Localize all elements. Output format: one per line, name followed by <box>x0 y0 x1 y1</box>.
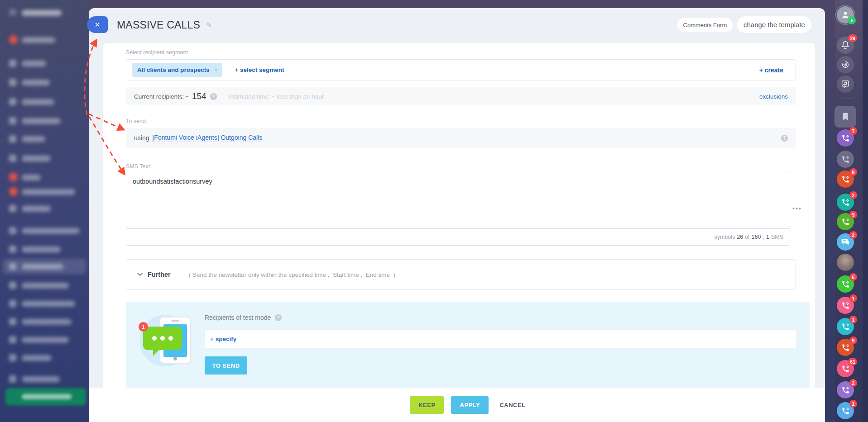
sidebar-item[interactable] <box>0 315 89 328</box>
menu-icon[interactable] <box>9 9 16 16</box>
close-modal-button[interactable]: ✕ <box>87 16 108 33</box>
phone-icon <box>841 407 850 415</box>
sidebar-item[interactable] <box>0 202 89 215</box>
sidebar-item-label <box>22 175 41 180</box>
channel-blue-button[interactable]: 1 <box>837 402 854 419</box>
sidebar-item[interactable] <box>0 279 89 292</box>
change-template-button[interactable]: change the template <box>737 16 811 33</box>
edit-title-icon[interactable]: ✎ <box>206 21 212 29</box>
sidebar-item-label <box>22 189 75 195</box>
counter-comma: , <box>762 234 764 240</box>
sidebar-item-icon <box>9 205 16 212</box>
to-send-button[interactable]: TO SEND <box>205 356 247 375</box>
further-section[interactable]: Further ( Send the newsletter only withi… <box>126 259 796 290</box>
notification-badge: 2 <box>849 231 857 239</box>
notification-badge: 7 <box>849 127 857 135</box>
sidebar-item-icon <box>9 336 16 343</box>
channel-cyan-button[interactable]: 1 <box>837 318 854 335</box>
sidebar-item-label <box>22 376 60 382</box>
sidebar-item[interactable] <box>0 95 89 109</box>
sidebar-item-label <box>22 355 52 361</box>
sidebar-item-icon <box>9 354 16 361</box>
recipients-count: 154 <box>192 91 206 101</box>
phone-icon <box>841 386 850 394</box>
select-segment-button[interactable]: + select segment <box>235 66 284 73</box>
sidebar-item-label <box>22 156 51 161</box>
app-root: { "modal": { "title": "MASSIVE CALLS", "… <box>0 0 868 422</box>
sidebar-item-label <box>22 283 69 289</box>
cancel-button[interactable]: CANCEL <box>496 396 529 414</box>
channel-green-button[interactable]: 9 <box>837 213 854 230</box>
sidebar-item-label <box>22 37 55 43</box>
sidebar-item-icon <box>9 318 16 325</box>
channel-orange-button[interactable]: 8 <box>837 171 854 188</box>
sidebar-item-label <box>22 301 75 307</box>
test-recipients-input[interactable]: + specify <box>205 329 797 348</box>
sidebar-logo[interactable] <box>0 6 89 19</box>
counter-of-label: of <box>745 234 749 240</box>
chevron-down-icon <box>137 273 143 276</box>
channel-orange-2-button[interactable]: 9 <box>837 339 854 356</box>
channel-muted-button[interactable] <box>837 151 854 168</box>
channel-link[interactable]: [Fontumi Voice iAgents] Outgoing Calls <box>152 134 262 142</box>
campaign-modal: MASSIVE CALLS ✎ Comments Form change the… <box>89 8 825 422</box>
contact-avatar-button[interactable] <box>837 254 854 271</box>
notification-badge: 1 <box>849 400 857 408</box>
recipients-help-icon[interactable]: ? <box>210 93 217 100</box>
sidebar-item[interactable] <box>0 372 89 386</box>
sidebar-item-label <box>22 319 72 325</box>
sidebar-item[interactable] <box>0 333 89 346</box>
sidebar-item[interactable] <box>0 171 89 184</box>
sidebar-item[interactable] <box>0 76 89 89</box>
sidebar-bottom-button[interactable] <box>5 388 86 405</box>
sidebar-item[interactable] <box>0 297 89 310</box>
user-avatar-button[interactable] <box>837 6 854 24</box>
notifications-button[interactable]: 26 <box>837 37 854 54</box>
phone-icon <box>841 301 850 310</box>
channel-help-icon[interactable]: ? <box>781 135 788 142</box>
sms-options-icon[interactable]: ••• <box>792 205 802 212</box>
chat-lines-icon <box>841 237 850 247</box>
exclusions-link[interactable]: exclusions <box>759 93 788 100</box>
apply-button[interactable]: APPLY <box>451 396 489 414</box>
create-segment-button[interactable]: + create <box>747 60 796 80</box>
specify-button[interactable]: + specify <box>210 336 236 342</box>
sidebar-item[interactable] <box>0 351 89 365</box>
sidebar-item[interactable] <box>0 57 89 70</box>
to-send-label: To send: <box>126 118 147 124</box>
sms-textarea[interactable]: outboundsatisfactionsurvey <box>126 172 790 229</box>
sidebar-item[interactable] <box>0 132 89 146</box>
sidebar-item-label <box>22 10 62 16</box>
sidebar-item[interactable] <box>0 260 89 273</box>
segment-chip[interactable]: All clients and prospects × <box>132 63 222 77</box>
sidebar-item-icon <box>9 117 16 124</box>
channel-chat-button[interactable]: 2 <box>837 233 854 251</box>
counter-count: 26 <box>737 234 743 240</box>
channel-purple-button[interactable]: 7 <box>837 129 854 147</box>
sidebar-item[interactable] <box>0 152 89 165</box>
channel-green-2-button[interactable]: 6 <box>837 275 854 293</box>
phone-illustration: 1 <box>134 308 206 381</box>
bookmarks-button[interactable] <box>834 106 856 128</box>
sidebar-item[interactable] <box>0 224 89 237</box>
keep-button[interactable]: KEEP <box>410 396 444 414</box>
counter-symbols-label: symbols <box>714 234 735 240</box>
channel-pink-2-button[interactable]: 61 <box>837 360 854 377</box>
sidebar-item[interactable] <box>0 242 89 256</box>
comments-form-button[interactable]: Comments Form <box>677 18 733 32</box>
test-mode-label-row: Recipients of test mode ? <box>205 314 282 321</box>
sidebar-item[interactable] <box>0 33 89 47</box>
channel-teal-button[interactable]: 2 <box>837 194 854 211</box>
history-button[interactable] <box>837 56 854 73</box>
sidebar-item[interactable] <box>0 114 89 128</box>
sidebar-item[interactable] <box>0 185 89 199</box>
sidebar-item-label <box>22 61 46 66</box>
remove-segment-icon[interactable]: × <box>214 66 218 73</box>
channel-purple-2-button[interactable]: 2 <box>837 381 854 398</box>
conversations-button[interactable] <box>837 76 854 93</box>
notification-badge: 2 <box>849 379 857 387</box>
channel-pink-button[interactable]: 1 <box>837 297 854 314</box>
rightbar-divider <box>839 99 852 99</box>
phone-icon <box>841 322 850 331</box>
test-mode-help-icon[interactable]: ? <box>275 314 282 321</box>
